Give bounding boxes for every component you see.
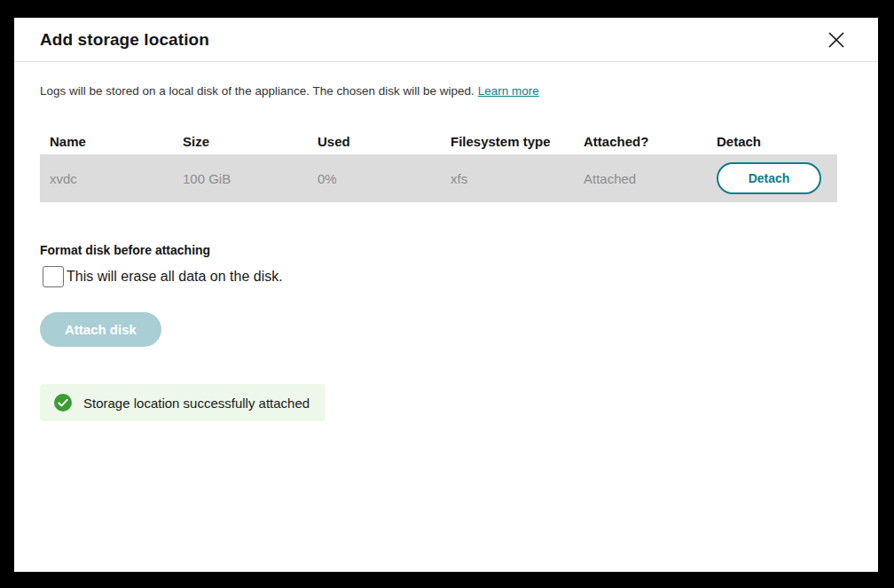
column-header-filesystem-type: Filesystem type: [451, 134, 584, 149]
column-header-used: Used: [318, 134, 451, 149]
column-header-attached: Attached?: [584, 134, 717, 149]
column-header-size: Size: [183, 134, 318, 149]
attach-disk-button[interactable]: Attach disk: [40, 312, 161, 347]
learn-more-link[interactable]: Learn more: [478, 84, 539, 98]
format-disk-label: Format disk before attaching: [40, 243, 851, 257]
table-header-row: Name Size Used Filesystem type Attached?…: [40, 128, 837, 154]
dialog-body: Logs will be stored on a local disk of t…: [14, 62, 878, 421]
format-section: Format disk before attaching This will e…: [40, 243, 851, 287]
column-header-detach: Detach: [717, 134, 837, 149]
format-checkbox-label: This will erase all data on the disk.: [67, 269, 283, 285]
close-icon: [827, 30, 846, 50]
description-text: Logs will be stored on a local disk of t…: [40, 84, 851, 98]
format-checkbox-row: This will erase all data on the disk.: [40, 266, 851, 287]
cell-name: xvdc: [50, 171, 183, 186]
dialog-header: Add storage location: [14, 18, 878, 62]
table-row: xvdc 100 GiB 0% xfs Attached Detach: [40, 154, 837, 202]
cell-used: 0%: [318, 171, 451, 186]
format-disk-checkbox[interactable]: [43, 266, 64, 287]
status-message: Storage location successfully attached: [83, 396, 310, 411]
status-banner: Storage location successfully attached: [40, 384, 325, 421]
close-button[interactable]: [823, 27, 850, 53]
add-storage-location-dialog: Add storage location Logs will be stored…: [14, 18, 878, 572]
disk-table: Name Size Used Filesystem type Attached?…: [40, 128, 837, 202]
cell-filesystem-type: xfs: [451, 171, 584, 186]
cell-attached-status: Attached: [584, 171, 717, 186]
column-header-name: Name: [50, 134, 183, 149]
detach-button[interactable]: Detach: [717, 162, 821, 194]
dialog-title: Add storage location: [40, 30, 209, 50]
cell-detach: Detach: [717, 162, 837, 194]
description-label: Logs will be stored on a local disk of t…: [40, 84, 474, 98]
check-circle-icon: [54, 394, 72, 412]
cell-size: 100 GiB: [183, 171, 318, 186]
